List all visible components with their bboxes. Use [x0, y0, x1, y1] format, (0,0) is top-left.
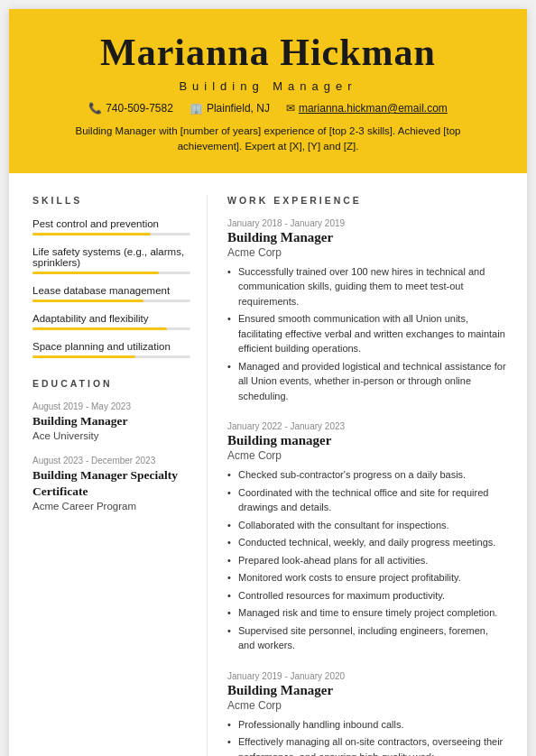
skill-item: Life safety systems (e.g., alarms, sprin…	[32, 246, 190, 274]
skill-bar-fill	[32, 300, 143, 302]
candidate-summary: Building Manager with [number of years] …	[60, 124, 476, 155]
skill-bar-bg	[32, 355, 190, 358]
work-bullets: Checked sub-contractor's progress on a d…	[227, 467, 507, 653]
work-bullet: Conducted technical, weekly, and daily p…	[227, 535, 507, 550]
work-bullet: Monitored work costs to ensure project p…	[227, 570, 507, 585]
edu-item: August 2019 - May 2023 Building Manager …	[32, 401, 190, 442]
right-column: WORK EXPERIENCE January 2018 - January 2…	[208, 195, 527, 757]
skill-bar-fill	[32, 355, 135, 358]
work-bullet: Controlled resources for maximum product…	[227, 588, 507, 604]
location-icon: 🏢	[189, 102, 203, 115]
work-title: Building Manager	[227, 230, 507, 245]
skill-bar-fill	[32, 233, 151, 235]
skills-section: SKILLS Pest control and prevention Life …	[32, 195, 190, 358]
edu-item: August 2023 - December 2023 Building Man…	[32, 456, 190, 512]
work-bullet: Managed and provided logistical and tech…	[227, 359, 507, 404]
phone-contact: 📞 740-509-7582	[88, 102, 173, 115]
work-bullet: Coordinated with the technical office an…	[227, 485, 507, 515]
work-bullet: Collaborated with the consultant for ins…	[227, 518, 507, 533]
work-bullet: Supervised site personnel, including eng…	[227, 623, 507, 653]
skill-bar-bg	[32, 233, 190, 235]
work-bullet: Prepared look-ahead plans for all activi…	[227, 553, 507, 568]
work-item: January 2019 - January 2020 Building Man…	[227, 671, 507, 757]
work-title: Building manager	[227, 433, 507, 448]
skill-name: Life safety systems (e.g., alarms, sprin…	[32, 246, 190, 268]
work-bullets: Successfully trained over 100 new hires …	[227, 264, 507, 404]
email-contact: ✉ marianna.hickman@email.com	[286, 102, 448, 115]
skill-bar-bg	[32, 327, 190, 330]
work-company: Acme Corp	[227, 246, 507, 259]
education-section-title: EDUCATION	[32, 378, 190, 389]
skill-name: Pest control and prevention	[32, 218, 190, 229]
phone-number: 740-509-7582	[106, 102, 173, 115]
skills-section-title: SKILLS	[32, 195, 190, 206]
work-bullet: Checked sub-contractor's progress on a d…	[227, 467, 507, 483]
edu-date: August 2019 - May 2023	[32, 401, 190, 411]
skill-bar-bg	[32, 272, 190, 274]
skill-item: Adaptability and flexibility	[32, 313, 190, 330]
location-text: Plainfield, NJ	[207, 102, 270, 115]
work-title: Building Manager	[227, 683, 507, 698]
edu-degree: Building Manager	[32, 413, 190, 429]
skill-item: Pest control and prevention	[32, 218, 190, 235]
location-contact: 🏢 Plainfield, NJ	[189, 102, 270, 115]
email-icon: ✉	[286, 102, 295, 115]
skill-name: Lease database management	[32, 285, 190, 296]
education-section: EDUCATION August 2019 - May 2023 Buildin…	[32, 378, 190, 512]
work-bullet: Effectively managing all on-site contrac…	[227, 734, 507, 756]
work-item: January 2022 - January 2023 Building man…	[227, 421, 507, 653]
work-bullet: Ensured smooth communication with all Un…	[227, 311, 507, 356]
work-date: January 2018 - January 2019	[227, 218, 507, 228]
candidate-title: Building Manager	[36, 79, 500, 93]
resume-header: Marianna Hickman Building Manager 📞 740-…	[9, 9, 527, 173]
work-date: January 2019 - January 2020	[227, 671, 507, 681]
left-column: SKILLS Pest control and prevention Life …	[9, 195, 208, 757]
work-bullet: Professionally handling inbound calls.	[227, 717, 507, 733]
work-bullet: Successfully trained over 100 new hires …	[227, 264, 507, 309]
skill-name: Space planning and utilization	[32, 341, 190, 352]
work-section-title: WORK EXPERIENCE	[227, 195, 507, 206]
skill-item: Space planning and utilization	[32, 341, 190, 358]
work-company: Acme Corp	[227, 449, 507, 462]
work-company: Acme Corp	[227, 699, 507, 712]
edu-date: August 2023 - December 2023	[32, 456, 190, 466]
skill-bar-bg	[32, 300, 190, 302]
edu-school: Acme Career Program	[32, 501, 190, 512]
skill-bar-fill	[32, 272, 159, 274]
skill-name: Adaptability and flexibility	[32, 313, 190, 324]
work-bullet: Managed risk and time to ensure timely p…	[227, 605, 507, 621]
candidate-name: Marianna Hickman	[36, 31, 500, 74]
phone-icon: 📞	[88, 102, 102, 115]
work-item: January 2018 - January 2019 Building Man…	[227, 218, 507, 404]
resume-container: Marianna Hickman Building Manager 📞 740-…	[9, 9, 527, 756]
edu-school: Ace University	[32, 430, 190, 441]
edu-degree: Building Manager Specialty Certificate	[32, 467, 190, 499]
resume-body: SKILLS Pest control and prevention Life …	[9, 173, 527, 757]
work-bullets: Professionally handling inbound calls. E…	[227, 717, 507, 757]
contact-bar: 📞 740-509-7582 🏢 Plainfield, NJ ✉ marian…	[36, 102, 500, 115]
skill-bar-fill	[32, 327, 167, 330]
work-date: January 2022 - January 2023	[227, 421, 507, 431]
skill-item: Lease database management	[32, 285, 190, 302]
email-link[interactable]: marianna.hickman@email.com	[299, 102, 448, 115]
